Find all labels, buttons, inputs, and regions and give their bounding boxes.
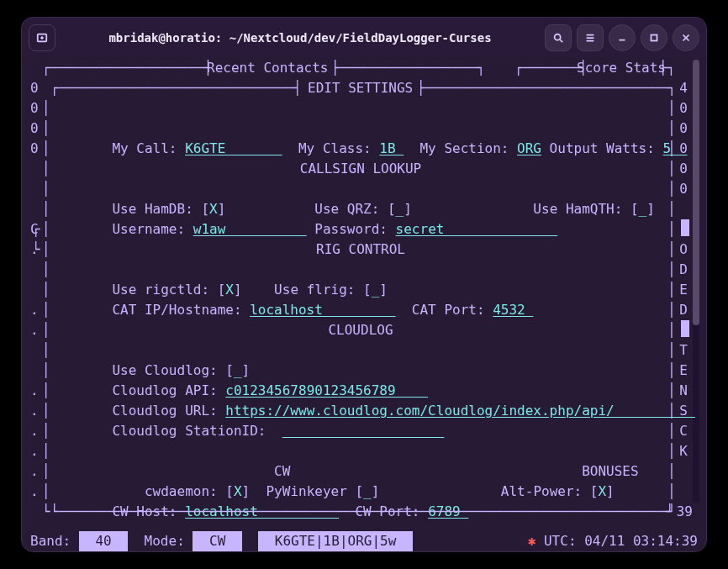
titlebar: mbridak@horatio: ~/Nextcloud/dev/FieldDa… [22, 18, 706, 58]
left-col-9: . [30, 300, 39, 320]
right-col-9: E [679, 280, 688, 300]
right-col-12: T [679, 340, 688, 361]
cloudlog-url-row: Cloudlog URL: https://www.cloudlog.com/C… [55, 381, 666, 401]
score-stats-label: Score Stats [577, 58, 666, 78]
left-col-17: . [30, 461, 39, 482]
watts-field[interactable]: 5 [662, 140, 687, 156]
menu-button[interactable] [577, 24, 604, 51]
utc-value: 04/11 03:14:39 [584, 531, 698, 551]
use-cloudlog-row: Use Cloudlog: [_] [55, 340, 666, 361]
right-col-4: 0 [679, 159, 688, 179]
alert-icon: ✱ [528, 531, 536, 551]
right-col-16: C [679, 421, 688, 441]
left-col-15: . [30, 421, 39, 441]
svg-point-3 [555, 34, 561, 40]
left-col-14: . [30, 401, 39, 421]
cat-ip-field[interactable]: localhost [250, 302, 395, 318]
cw-bonuses-titles: CW BONUSES [55, 441, 666, 461]
settings-box-bottom: └───────────────────────────────────────… [30, 502, 698, 522]
right-col-7: O [679, 240, 688, 260]
utc-label: UTC: [535, 531, 584, 551]
cloudlog-station-field[interactable] [282, 423, 445, 439]
password-field[interactable]: secret [396, 221, 558, 237]
right-col-8: D [679, 260, 688, 280]
cw-host-row: CW Host: localhost CW Port: 6789 [55, 482, 666, 502]
ident-value: K6GTE|1B|ORG|5w [258, 531, 413, 551]
recent-contacts-label: Recent Contacts [207, 58, 329, 78]
cat-port-field[interactable]: 4532 [493, 302, 533, 318]
watts-label: Output Watts: [541, 140, 663, 156]
left-col-13: . [30, 381, 39, 401]
cloudlog-station-label: Cloudlog StationID: [104, 423, 282, 439]
cloudlog-api-row: Cloudlog API: c01234567890123456789 [55, 361, 666, 381]
maximize-button[interactable] [641, 24, 667, 51]
header-row: ┌───────────────────┤ Recent Contacts ├─… [30, 58, 698, 78]
username-field[interactable]: w1aw [193, 221, 307, 237]
right-col-14: N [679, 381, 688, 401]
rig-options-row: Use rigctld: [X] Use flrig: [_] [55, 260, 666, 280]
settings-box-top: ┌─────────────────────────────┤ EDIT SET… [30, 78, 698, 98]
cloudlog-title: CLOUDLOG [55, 320, 666, 340]
rig-control-title: RIG CONTROL [55, 240, 666, 260]
left-col-3: 0 [30, 139, 39, 159]
band-label: Band: [30, 531, 79, 551]
mycall-label: My Call: [104, 140, 185, 156]
right-col-10: D [679, 300, 688, 320]
mode-label: Mode: [128, 531, 193, 551]
cat-port-label: CAT Port: [396, 302, 493, 318]
minimize-button[interactable] [609, 24, 636, 51]
search-button[interactable] [545, 24, 572, 51]
edit-settings-label: EDIT SETTINGS [308, 78, 413, 98]
lookup-options-row: Use HamDB: [X] Use QRZ: [_] Use HamQTH: … [55, 179, 666, 199]
callsign-lookup-title: CALLSIGN LOOKUP [55, 159, 666, 179]
password-label: Password: [307, 221, 396, 237]
credentials-row: Username: w1aw Password: secret [55, 199, 666, 219]
right-highlight-2 [681, 320, 689, 337]
new-tab-button[interactable] [29, 24, 55, 51]
mode-value[interactable]: CW [193, 531, 242, 551]
myclass-field[interactable]: 1B [379, 140, 404, 156]
myclass-label: My Class: [282, 140, 380, 156]
right-col-13: E [679, 361, 688, 381]
terminal-body: ┌───────────────────┤ Recent Contacts ├─… [22, 58, 706, 551]
mysection-label: My Section: [404, 140, 517, 156]
right-col-17: K [679, 441, 688, 461]
window-title: mbridak@horatio: ~/Nextcloud/dev/FieldDa… [61, 31, 540, 45]
left-col-1: 0 [30, 98, 39, 119]
cloudlog-station-row: Cloudlog StationID: [55, 401, 666, 421]
right-highlight-1 [681, 219, 689, 236]
cw-options-row: cwdaemon: [X] PyWinkeyer [_] Alt-Power: … [55, 461, 666, 482]
left-col-2: 0 [30, 119, 39, 139]
left-col-16: . [30, 441, 39, 461]
left-col-0: 0 [30, 78, 39, 98]
cat-row: CAT IP/Hostname: localhost CAT Port: 453… [55, 280, 666, 300]
close-button[interactable] [673, 24, 699, 51]
right-col-2: 0 [679, 119, 688, 139]
mysection-field[interactable]: ORG [517, 140, 541, 156]
left-col-10: . [30, 320, 39, 340]
mycall-field[interactable]: K6GTE [185, 140, 282, 156]
status-bar: Band: 40 Mode: CW K6GTE|1B|ORG|5w ✱ UTC:… [30, 531, 698, 551]
username-label: Username: [104, 221, 193, 237]
scrollbar-thumb[interactable] [693, 60, 699, 325]
terminal-window: mbridak@horatio: ~/Nextcloud/dev/FieldDa… [21, 17, 707, 552]
band-value[interactable]: 40 [79, 531, 129, 551]
scrollbar[interactable] [693, 60, 699, 503]
right-col-1: 0 [679, 98, 688, 119]
cat-ip-label: CAT IP/Hostname: [104, 302, 250, 318]
right-col-5: 0 [679, 179, 688, 199]
mycall-row: My Call: K6GTE My Class: 1B My Section: … [55, 119, 666, 139]
svg-rect-9 [652, 35, 657, 41]
right-col-0: 4 [679, 78, 688, 98]
svg-line-4 [560, 40, 563, 43]
left-col-18: . [30, 482, 39, 502]
